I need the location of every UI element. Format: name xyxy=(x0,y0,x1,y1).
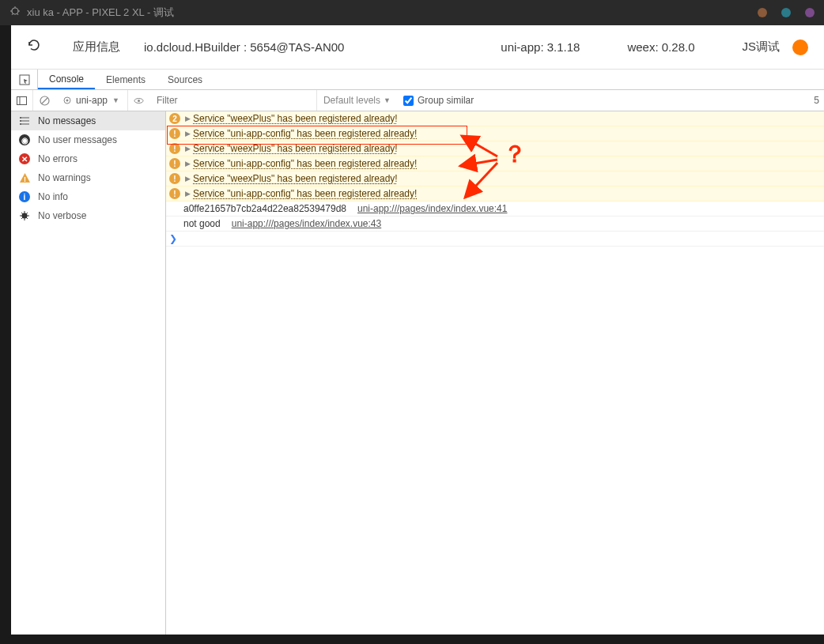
sidebar-item-label: No messages xyxy=(38,115,96,126)
group-similar-toggle[interactable]: Group similar xyxy=(397,95,480,106)
svg-rect-7 xyxy=(17,96,27,104)
dot-3[interactable] xyxy=(805,8,815,17)
warn-badge: ! xyxy=(169,188,180,199)
tab-elements[interactable]: Elements xyxy=(95,70,157,89)
debug-icon xyxy=(19,210,30,221)
warn-badge: ! xyxy=(169,128,180,139)
expand-arrow-icon[interactable]: ▶ xyxy=(185,160,191,168)
console-body: No messages ◉ No user messages ✕ No erro… xyxy=(11,111,824,635)
log-message: Service "uni-app-config" has been regist… xyxy=(193,128,417,139)
console-filter-bar: uni-app ▼ Default levels ▼ Group similar… xyxy=(11,90,824,111)
log-row[interactable]: !▶Service "uni-app-config" has been regi… xyxy=(166,186,824,201)
log-message: a0ffe21657b7cb2a4d22ea82539479d8 xyxy=(169,203,346,214)
log-message: Service "weexPlus" has been registered a… xyxy=(193,173,398,184)
hidden-count: 5 xyxy=(814,95,824,106)
log-row[interactable]: !▶Service "weexPlus" has been registered… xyxy=(166,171,824,186)
log-row[interactable]: a0ffe21657b7cb2a4d22ea82539479d8uni-app:… xyxy=(166,201,824,217)
log-row[interactable]: !▶Service "uni-app-config" has been regi… xyxy=(166,126,824,141)
svg-line-5 xyxy=(17,13,19,15)
sidebar-item-label: No errors xyxy=(38,153,77,164)
context-selector[interactable]: uni-app ▼ xyxy=(55,90,128,111)
weex-version: weex: 0.28.0 xyxy=(627,40,694,54)
svg-point-12 xyxy=(66,100,69,102)
svg-line-4 xyxy=(12,13,13,15)
sidebar-item-label: No warnings xyxy=(38,172,91,183)
expand-arrow-icon[interactable]: ▶ xyxy=(185,190,191,198)
group-label: Group similar xyxy=(418,95,474,106)
info-bar: 应用信息 io.dcloud.HBuilder : 5654@TAS-AN00 … xyxy=(11,25,824,70)
error-icon: ✕ xyxy=(19,153,30,164)
sidebar-item-verbose[interactable]: No verbose xyxy=(11,206,165,225)
group-checkbox[interactable] xyxy=(403,96,414,106)
app-info-label[interactable]: 应用信息 xyxy=(73,40,120,55)
svg-text:!: ! xyxy=(24,175,26,183)
log-row[interactable]: 2▶Service "weexPlus" has been registered… xyxy=(166,111,824,126)
context-icon xyxy=(63,96,71,104)
sidebar-item-messages[interactable]: No messages xyxy=(11,111,165,130)
debug-toggle-button[interactable] xyxy=(792,40,808,55)
log-row[interactable]: !▶Service "uni-app-config" has been regi… xyxy=(166,156,824,171)
info-icon: i xyxy=(19,191,30,202)
warn-badge: ! xyxy=(169,143,180,154)
context-name: uni-app xyxy=(76,95,108,106)
inspect-icon[interactable] xyxy=(11,70,38,89)
dot-2[interactable] xyxy=(781,8,791,17)
warn-badge: ! xyxy=(169,173,180,184)
window-title: xiu ka - APP - PIXEL 2 XL - 调试 xyxy=(27,6,174,20)
log-message: Service "uni-app-config" has been regist… xyxy=(193,158,417,169)
console-log-area[interactable]: 2▶Service "weexPlus" has been registered… xyxy=(166,111,824,635)
chevron-down-icon: ▼ xyxy=(384,96,391,104)
window-controls xyxy=(758,8,815,17)
svg-point-18 xyxy=(20,117,21,119)
log-message: Service "weexPlus" has been registered a… xyxy=(193,113,398,124)
warn-badge: ! xyxy=(169,158,180,169)
log-row[interactable]: !▶Service "weexPlus" has been registered… xyxy=(166,141,824,156)
expand-arrow-icon[interactable]: ▶ xyxy=(185,145,191,153)
svg-point-19 xyxy=(20,120,21,122)
console-sidebar: No messages ◉ No user messages ✕ No erro… xyxy=(11,111,166,635)
sidebar-item-errors[interactable]: ✕ No errors xyxy=(11,149,165,168)
log-message: Service "weexPlus" has been registered a… xyxy=(193,143,398,154)
sidebar-item-warnings[interactable]: ! No warnings xyxy=(11,168,165,187)
titlebar: xiu ka - APP - PIXEL 2 XL - 调试 xyxy=(0,0,824,25)
log-row[interactable]: not gooduni-app:///pages/index/index.vue… xyxy=(166,217,824,232)
sidebar-item-label: No info xyxy=(38,191,68,202)
bug-icon xyxy=(9,6,21,20)
sidebar-item-info[interactable]: i No info xyxy=(11,187,165,206)
source-link[interactable]: uni-app:///pages/index/index.vue:43 xyxy=(232,218,381,229)
warn-icon: ! xyxy=(19,172,30,183)
uniapp-version: uni-app: 3.1.18 xyxy=(501,40,580,54)
sidebar-toggle-icon[interactable] xyxy=(11,90,33,111)
expand-arrow-icon[interactable]: ▶ xyxy=(185,175,191,183)
expand-arrow-icon[interactable]: ▶ xyxy=(185,130,191,137)
log-levels-selector[interactable]: Default levels ▼ xyxy=(316,90,397,111)
list-icon xyxy=(19,115,30,126)
annotation-question: ？ xyxy=(503,138,527,171)
sidebar-item-label: No verbose xyxy=(38,210,86,221)
main-panel: 应用信息 io.dcloud.HBuilder : 5654@TAS-AN00 … xyxy=(11,25,824,635)
reload-icon[interactable] xyxy=(27,38,41,56)
expand-arrow-icon[interactable]: ▶ xyxy=(185,115,191,122)
live-expression-icon[interactable] xyxy=(128,90,150,111)
svg-point-20 xyxy=(20,123,21,125)
svg-line-10 xyxy=(42,98,47,104)
sidebar-item-label: No user messages xyxy=(38,134,117,145)
package-info: io.dcloud.HBuilder : 5654@TAS-AN00 xyxy=(144,40,344,54)
svg-point-14 xyxy=(138,100,140,102)
source-link[interactable]: uni-app:///pages/index/index.vue:41 xyxy=(357,203,507,214)
tab-sources[interactable]: Sources xyxy=(157,70,214,89)
user-icon: ◉ xyxy=(19,134,30,145)
clear-console-icon[interactable] xyxy=(33,90,55,111)
js-debug-label[interactable]: JS调试 xyxy=(742,40,780,55)
log-message: Service "uni-app-config" has been regist… xyxy=(193,188,417,199)
levels-label: Default levels xyxy=(323,95,380,106)
console-prompt[interactable]: ❯ xyxy=(166,232,824,247)
log-message: not good xyxy=(169,218,221,229)
warn-badge: 2 xyxy=(169,113,180,124)
devtools-tabs: Console Elements Sources xyxy=(11,70,824,90)
chevron-down-icon: ▼ xyxy=(112,96,119,104)
dot-1[interactable] xyxy=(758,8,767,17)
tab-console[interactable]: Console xyxy=(38,70,95,89)
sidebar-item-user[interactable]: ◉ No user messages xyxy=(11,130,165,149)
filter-input[interactable] xyxy=(150,90,316,111)
